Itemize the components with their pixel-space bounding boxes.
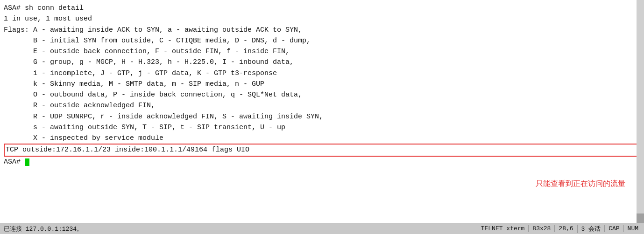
tcp-connection-line: TCP outside:172.16.1.1/23 inside:100.1.1… <box>4 144 640 156</box>
terminal-prompt-line: ASA# <box>4 157 640 167</box>
terminal-line-7: i - incomplete, J - GTP, j - GTP data, K… <box>4 68 640 79</box>
status-dimensions: 83x28 <box>528 225 554 232</box>
terminal-line-13: X - inspected by service module <box>4 133 640 144</box>
terminal-line-11: R - UDP SUNRPC, r - inside acknowledged … <box>4 111 640 122</box>
status-connection: 已连接 127.0.0.1:1234。 <box>2 225 477 233</box>
terminal-line-9: O - outbound data, P - inside back conne… <box>4 89 640 100</box>
status-right: TELNET xterm 83x28 28,6 3 会话 CAP NUM <box>477 225 642 233</box>
terminal-line-4: B - initial SYN from outside, C - CTIQBE… <box>4 35 640 46</box>
terminal-line-8: k - Skinny media, M - SMTP data, m - SIP… <box>4 79 640 89</box>
terminal-wrapper: ASA# sh conn detail 1 in use, 1 most use… <box>0 0 644 234</box>
terminal-line-1: ASA# sh conn detail <box>4 3 640 14</box>
terminal-line-6: G - group, g - MGCP, H - H.323, h - H.22… <box>4 57 640 68</box>
terminal-line-12: s - awaiting outside SYN, T - SIP, t - S… <box>4 122 640 133</box>
status-protocol: TELNET xterm <box>477 225 529 232</box>
annotation-text: 只能查看到正在访问的流量 <box>536 178 625 190</box>
terminal-line-2: 1 in use, 1 most used <box>4 14 640 24</box>
status-sessions: 3 会话 <box>577 225 605 233</box>
terminal-cursor <box>25 158 29 166</box>
scrollbar-thumb[interactable] <box>637 213 644 223</box>
terminal-content: ASA# sh conn detail 1 in use, 1 most use… <box>4 3 640 167</box>
status-cap: CAP <box>604 225 623 232</box>
terminal-line-5: E - outside back connection, F - outside… <box>4 46 640 57</box>
status-num: NUM <box>623 225 642 232</box>
scrollbar[interactable] <box>637 0 644 223</box>
status-bar: 已连接 127.0.0.1:1234。 TELNET xterm 83x28 2… <box>0 223 644 234</box>
status-zoom: 28,6 <box>554 225 577 232</box>
terminal-line-10: R - outside acknowledged FIN, <box>4 100 640 111</box>
terminal-body[interactable]: ASA# sh conn detail 1 in use, 1 most use… <box>0 0 644 223</box>
terminal-line-3: Flags: A - awaiting inside ACK to SYN, a… <box>4 25 640 35</box>
